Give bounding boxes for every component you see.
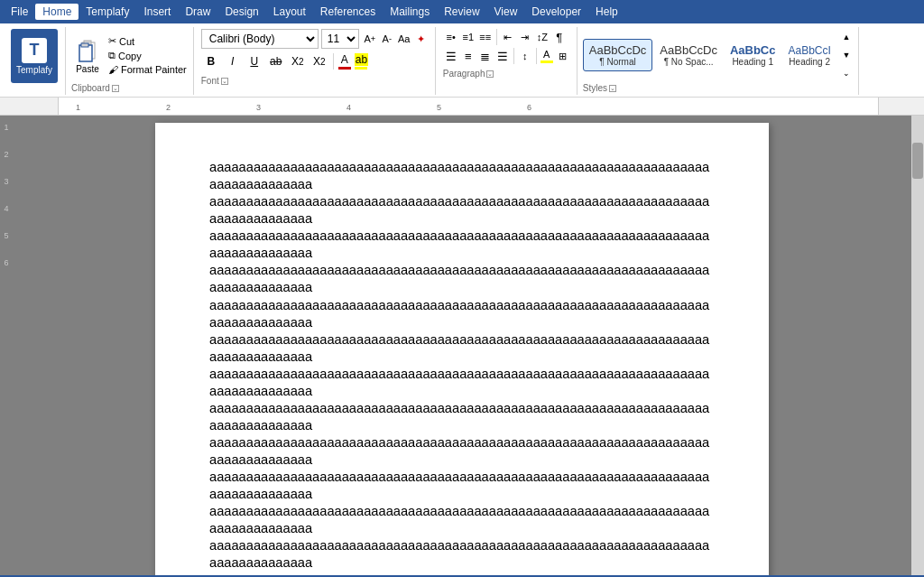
clipboard-group-label: Clipboard ⌄ <box>71 81 189 93</box>
menu-bar: File Home Templafy Insert Draw Design La… <box>0 0 924 23</box>
text-line: aaaaaaaaaaaaaaaaaaaaaaaaaaaaaaaaaaaaaaaa… <box>209 297 715 331</box>
paragraph-expand-icon[interactable]: ⌄ <box>486 70 494 78</box>
menu-references[interactable]: References <box>313 4 383 20</box>
decrease-indent-button[interactable]: ⇤ <box>500 29 516 45</box>
ruler-left-margin <box>0 98 13 115</box>
text-line: aaaaaaaaaaaaaaaaaaaaaaaaaaaaaaaaaaaaaaaa… <box>209 228 715 262</box>
style-normal-preview: AaBbCcDc <box>589 43 647 57</box>
underline-button[interactable]: U <box>245 51 264 71</box>
multilevel-list-button[interactable]: ≡≡ <box>477 29 494 45</box>
menu-layout[interactable]: Layout <box>266 4 313 20</box>
svg-rect-2 <box>79 45 92 61</box>
paste-label: Paste <box>76 64 99 74</box>
font-color-icon: A <box>341 53 348 66</box>
paragraph-group: ≡• ≡1 ≡≡ ⇤ ⇥ ↕Z ¶ ☰ ≡ ≣ ☰ ↕ A <box>438 27 578 95</box>
document-area: 1 2 3 4 5 6 aaaaaaaaaaaaaaaaaaaaaaaaaaaa… <box>0 116 924 575</box>
copy-icon: ⧉ <box>108 50 116 61</box>
menu-draw[interactable]: Draw <box>178 4 217 20</box>
menu-view[interactable]: View <box>487 4 525 20</box>
sort-button[interactable]: ↕Z <box>534 29 550 45</box>
scrollbar-thumb[interactable] <box>912 143 923 179</box>
line-spacing-button[interactable]: ↕ <box>517 48 533 64</box>
italic-button[interactable]: I <box>223 51 243 71</box>
highlight-button[interactable]: ab <box>354 52 369 70</box>
menu-help[interactable]: Help <box>588 4 625 20</box>
font-color-button[interactable]: A <box>337 52 352 70</box>
templafy-button[interactable]: T Templafy <box>11 29 58 83</box>
templafy-section: T Templafy <box>4 27 66 95</box>
page-container: aaaaaaaaaaaaaaaaaaaaaaaaaaaaaaaaaaaaaaaa… <box>13 116 911 575</box>
decrease-font-size-button[interactable]: A- <box>379 31 395 47</box>
right-scrollbar[interactable] <box>911 116 924 575</box>
text-line: aaaaaaaaaaaaaaaaaaaaaaaaaaaaaaaaaaaaaaaa… <box>209 193 715 228</box>
style-h2-button[interactable]: AaBbCcI Heading 2 <box>782 41 836 70</box>
superscript-button[interactable]: X2 <box>310 51 329 71</box>
styles-expand-icon[interactable]: ⌄ <box>609 85 616 92</box>
increase-font-size-button[interactable]: A+ <box>362 31 378 47</box>
paste-button[interactable]: Paste <box>71 35 104 76</box>
clear-formatting-button[interactable]: ✦ <box>413 31 430 47</box>
menu-review[interactable]: Review <box>437 4 486 20</box>
style-nospace-button[interactable]: AaBbCcDc ¶ No Spac... <box>654 40 723 70</box>
highlight-color-indicator <box>355 67 367 70</box>
font-color-indicator <box>338 67 351 70</box>
increase-indent-button[interactable]: ⇥ <box>517 29 533 45</box>
copy-button[interactable]: ⧉ Copy <box>106 49 189 62</box>
style-h2-preview: AaBbCcI <box>788 44 830 57</box>
font-name-select[interactable]: Calibri (Body) <box>201 29 319 49</box>
clipboard-group: Paste ✂ Cut ⧉ Copy 🖌 Format Painter <box>68 27 194 95</box>
change-case-button[interactable]: Aa <box>396 31 412 47</box>
numbering-button[interactable]: ≡1 <box>460 29 476 45</box>
borders-button[interactable]: ⊞ <box>555 48 571 64</box>
align-right-button[interactable]: ≣ <box>477 48 494 64</box>
font-size-select[interactable]: 11 <box>321 29 359 49</box>
text-line: aaaaaaaaaaaaaaaaaaaaaaaaaaaaaaaaaaaaaaaa… <box>209 159 715 193</box>
menu-mailings[interactable]: Mailings <box>383 4 437 20</box>
ribbon: T Templafy Paste <box>0 23 924 98</box>
align-center-button[interactable]: ≡ <box>460 48 476 64</box>
menu-insert[interactable]: Insert <box>136 4 178 20</box>
styles-scroll-up-button[interactable]: ▲ <box>838 29 855 45</box>
styles-group: AaBbCcDc ¶ Normal AaBbCcDc ¶ No Spac... … <box>579 27 859 95</box>
text-line: aaaaaaaaaaaaaaaaaaaaaaaaaaaaaaaaaaaaaaaa… <box>209 537 715 572</box>
style-h1-button[interactable]: AaBbCc Heading 1 <box>725 40 781 70</box>
font-expand-icon[interactable]: ⌄ <box>221 78 228 85</box>
paragraph-group-label: Paragraph ⌄ <box>443 67 571 79</box>
menu-file[interactable]: File <box>4 4 35 20</box>
svg-rect-3 <box>81 43 88 47</box>
cut-button[interactable]: ✂ Cut <box>106 34 189 48</box>
style-nospace-preview: AaBbCcDc <box>660 43 717 57</box>
document-text[interactable]: aaaaaaaaaaaaaaaaaaaaaaaaaaaaaaaaaaaaaaaa… <box>209 159 715 575</box>
text-line: aaaaaaaaaaaaaaaaaaaaaaaaaaaaaaaaaaaaaaaa… <box>209 262 715 296</box>
shading-icon: A <box>543 49 550 60</box>
style-normal-button[interactable]: AaBbCcDc ¶ Normal <box>583 39 653 71</box>
ruler-marks: 1 2 3 4 5 6 <box>13 98 924 115</box>
show-marks-button[interactable]: ¶ <box>551 29 568 45</box>
document-page[interactable]: aaaaaaaaaaaaaaaaaaaaaaaaaaaaaaaaaaaaaaaa… <box>155 123 769 575</box>
text-line: aaaaaaaaaaaaaaaaaaaaaaaaaaaaaaaaaaaaaaaa… <box>209 503 715 537</box>
format-painter-icon: 🖌 <box>108 64 118 75</box>
strikethrough-button[interactable]: ab <box>266 51 286 71</box>
styles-more-button[interactable]: ⌄ <box>838 65 855 81</box>
text-line: aaaaaaaaaaaaaaaaaaaaaaaaaaaaaaaaaaaaaaaa… <box>209 434 715 469</box>
menu-design[interactable]: Design <box>217 4 265 20</box>
style-h1-preview: AaBbCc <box>730 43 776 57</box>
styles-scroll-down-button[interactable]: ▼ <box>838 47 855 63</box>
format-painter-button[interactable]: 🖌 Format Painter <box>106 63 189 76</box>
ruler-container: 1 2 3 4 5 6 <box>0 98 924 116</box>
menu-templafy[interactable]: Templafy <box>79 4 136 20</box>
text-line: aaaaaaaaaaaaaaaaaaaaaaaaaaaaaaaaaaaaaaaa… <box>209 572 715 576</box>
ruler: 1 2 3 4 5 6 <box>13 98 924 115</box>
bullets-button[interactable]: ≡• <box>443 29 459 45</box>
menu-home[interactable]: Home <box>35 4 79 20</box>
text-line: aaaaaaaaaaaaaaaaaaaaaaaaaaaaaaaaaaaaaaaa… <box>209 366 715 400</box>
templafy-label: Templafy <box>16 65 52 75</box>
justify-button[interactable]: ☰ <box>494 48 511 64</box>
shading-button[interactable]: A <box>540 48 554 64</box>
bold-button[interactable]: B <box>201 51 221 71</box>
left-margin: 1 2 3 4 5 6 <box>0 116 13 575</box>
clipboard-expand-icon[interactable]: ⌄ <box>112 85 119 92</box>
menu-developer[interactable]: Developer <box>524 4 588 20</box>
subscript-button[interactable]: X2 <box>288 51 308 71</box>
align-left-button[interactable]: ☰ <box>443 48 459 64</box>
